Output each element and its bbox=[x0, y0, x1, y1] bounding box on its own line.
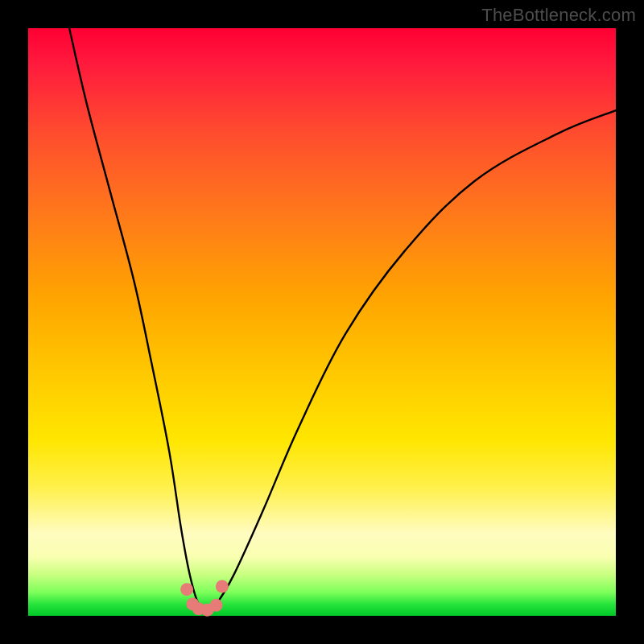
chart-svg bbox=[28, 28, 616, 616]
highlight-marker bbox=[216, 580, 229, 593]
chart-plot-area bbox=[28, 28, 616, 616]
chart-frame: TheBottleneck.com bbox=[0, 0, 644, 644]
highlight-marker bbox=[180, 583, 193, 596]
bottleneck-curve bbox=[69, 28, 616, 610]
highlight-marker bbox=[210, 599, 223, 612]
watermark-text: TheBottleneck.com bbox=[481, 5, 636, 26]
